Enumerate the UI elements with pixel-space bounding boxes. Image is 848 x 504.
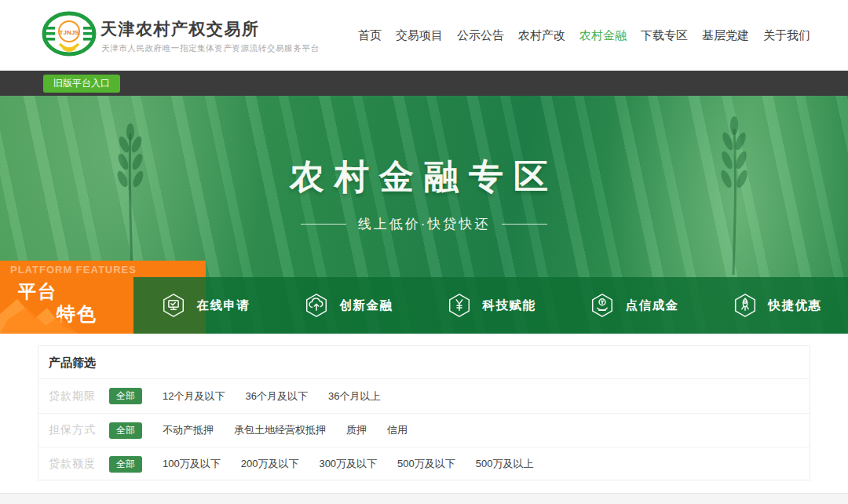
site-header: TJNJS 天津农村产权交易所 天津市人民政府唯一指定集体资产资源流转交易服务平…: [0, 0, 848, 71]
feature-label: 科技赋能: [483, 298, 536, 314]
footer-strip: [0, 493, 848, 504]
filter-option[interactable]: 100万及以下: [163, 457, 221, 471]
old-platform-entry-button[interactable]: 旧版平台入口: [43, 75, 120, 93]
hero-divider-right: [502, 224, 547, 225]
main-nav: 首页 交易项目 公示公告 农村产改 农村金融 下载专区 基层党建 关于我们: [358, 0, 810, 71]
feature-label: 在线申请: [197, 298, 250, 314]
feature-menu-item[interactable]: 点信成金: [562, 277, 705, 334]
nav-item[interactable]: 农村产改: [518, 28, 565, 43]
rocket-icon: [732, 292, 758, 319]
feature-menu: 在线申请 创新金融: [133, 277, 848, 334]
hero-subtitle-row: 线上低价·快贷快还: [0, 215, 848, 233]
nav-item[interactable]: 基层党建: [702, 28, 749, 43]
monitor-icon: [160, 292, 187, 319]
hero-title: 农村金融专区: [0, 154, 848, 200]
ribbon-eyebrow: PLATFORM FEATURES: [10, 264, 137, 276]
filter-all-button[interactable]: 全部: [109, 456, 142, 473]
filter-row-label: 贷款期限: [49, 389, 109, 404]
nav-item[interactable]: 关于我们: [763, 28, 810, 43]
site-title: 天津农村产权交易所: [101, 18, 260, 40]
filter-row: 贷款期限 全部 12个月及以下 36个月及以下 36个月以上: [38, 379, 810, 413]
svg-text:TJNJS: TJNJS: [60, 29, 80, 36]
mountain-decoration: [0, 296, 79, 334]
feature-menu-item[interactable]: 创新金融: [276, 277, 419, 334]
filter-option[interactable]: 12个月及以下: [163, 389, 225, 404]
nav-item[interactable]: 首页: [358, 28, 382, 43]
page: TJNJS 天津农村产权交易所 天津市人民政府唯一指定集体资产资源流转交易服务平…: [0, 0, 848, 504]
filter-rows: 贷款期限 全部 12个月及以下 36个月及以下 36个月以上 担保方式: [38, 379, 810, 480]
filter-option[interactable]: 信用: [387, 423, 408, 437]
filter-option[interactable]: 500万及以下: [397, 457, 455, 471]
filter-panel-title: 产品筛选: [38, 346, 810, 379]
nav-item[interactable]: 农村金融: [579, 28, 627, 43]
yuan-icon: [446, 292, 473, 319]
filter-option[interactable]: 36个月及以下: [245, 389, 307, 404]
filter-all-button[interactable]: 全部: [109, 422, 142, 439]
filter-row-label: 担保方式: [49, 423, 109, 437]
hero-divider-left: [301, 224, 346, 225]
nav-item[interactable]: 公示公告: [457, 28, 504, 43]
feature-label: 点信成金: [626, 298, 679, 314]
hero-subtitle: 线上低价·快贷快还: [358, 215, 491, 233]
filter-option[interactable]: 不动产抵押: [163, 423, 214, 437]
filter-row: 贷款额度 全部 100万及以下 200万及以下 300万及以下 500万及以下: [38, 447, 810, 480]
nav-item[interactable]: 交易项目: [396, 28, 443, 43]
feature-menu-item[interactable]: 快捷优惠: [705, 277, 848, 334]
filter-option[interactable]: 200万及以下: [241, 457, 299, 471]
filter-options: 100万及以下 200万及以下 300万及以下 500万及以下 500万及以上: [142, 457, 534, 471]
feature-label: 快捷优惠: [769, 298, 822, 314]
utility-bar: 旧版平台入口: [0, 71, 848, 96]
feature-menu-item[interactable]: 在线申请: [133, 277, 276, 334]
filter-options: 不动产抵押 承包土地经营权抵押 质押 信用: [142, 423, 408, 437]
cloud-upload-icon: [303, 292, 330, 319]
filter-row-label: 贷款额度: [49, 457, 109, 471]
filter-options: 12个月及以下 36个月及以下 36个月以上: [142, 389, 380, 404]
filter-option[interactable]: 300万及以下: [319, 457, 377, 471]
filter-option[interactable]: 500万及以上: [476, 457, 534, 471]
hand-coin-icon: [589, 292, 616, 319]
nav-item[interactable]: 下载专区: [641, 28, 688, 43]
site-logo-icon[interactable]: TJNJS: [41, 11, 97, 60]
feature-menu-item[interactable]: 科技赋能: [419, 277, 562, 334]
filter-option[interactable]: 承包土地经营权抵押: [234, 423, 326, 437]
filter-all-button[interactable]: 全部: [109, 388, 142, 404]
filter-option[interactable]: 36个月以上: [328, 389, 380, 404]
site-subtitle: 天津市人民政府唯一指定集体资产资源流转交易服务平台: [101, 43, 320, 54]
filter-row: 担保方式 全部 不动产抵押 承包土地经营权抵押 质押 信用: [38, 413, 810, 447]
filter-option[interactable]: 质押: [346, 423, 367, 437]
product-filter-panel: 产品筛选 贷款期限 全部 12个月及以下 36个月及以下 36个月以上: [38, 345, 810, 480]
feature-label: 创新金融: [340, 298, 393, 314]
